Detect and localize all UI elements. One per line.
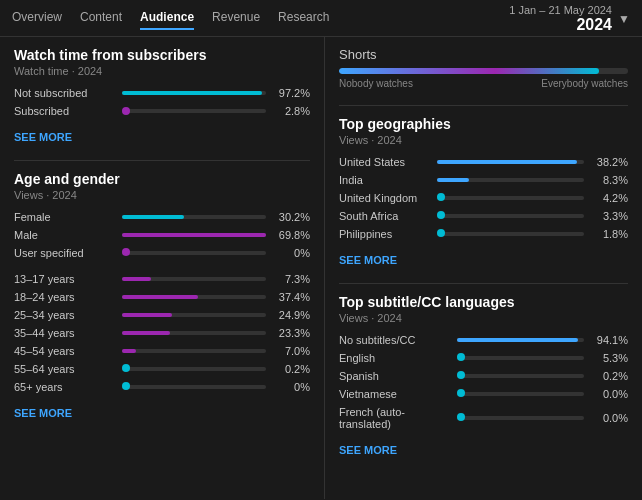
bar-label-55-64: 55–64 years: [14, 363, 114, 375]
lang-bar-french: [457, 416, 584, 420]
dot-philippines: [437, 229, 445, 237]
lang-row-no-subtitles: No subtitles/CC 94.1%: [339, 334, 628, 346]
lang-label-french: French (auto-translated): [339, 406, 449, 430]
bar-value-55-64: 0.2%: [274, 363, 310, 375]
dropdown-icon[interactable]: ▼: [618, 12, 630, 26]
geo-row-south-africa: South Africa 3.3%: [339, 210, 628, 222]
subtitle-title: Top subtitle/CC languages: [339, 294, 628, 310]
lang-row-spanish: Spanish 0.2%: [339, 370, 628, 382]
shorts-label-right: Everybody watches: [541, 78, 628, 89]
bar-container-subscribed: [122, 109, 266, 113]
geo-see-more[interactable]: SEE MORE: [339, 254, 397, 266]
tab-revenue[interactable]: Revenue: [212, 6, 260, 30]
bar-container-65-plus: [122, 385, 266, 389]
tab-audience[interactable]: Audience: [140, 6, 194, 30]
geo-value-south-africa: 3.3%: [592, 210, 628, 222]
age-row-45-54: 45–54 years 7.0%: [14, 345, 310, 357]
shorts-label-left: Nobody watches: [339, 78, 413, 89]
bar-value-35-44: 23.3%: [274, 327, 310, 339]
bar-value-user-specified: 0%: [274, 247, 310, 259]
bar-value-male: 69.8%: [274, 229, 310, 241]
bar-fill-18-24: [122, 295, 198, 299]
age-row-25-34: 25–34 years 24.9%: [14, 309, 310, 321]
lang-bar-english: [457, 356, 584, 360]
tab-research[interactable]: Research: [278, 6, 329, 30]
lang-row-english: English 5.3%: [339, 352, 628, 364]
geo-row-uk: United Kingdom 4.2%: [339, 192, 628, 204]
lang-value-no-subtitles: 94.1%: [592, 334, 628, 346]
bar-container-user-specified: [122, 251, 266, 255]
bar-value-25-34: 24.9%: [274, 309, 310, 321]
geo-bar-south-africa: [437, 214, 584, 218]
bar-container-25-34: [122, 313, 266, 317]
dot-south-africa: [437, 211, 445, 219]
geo-label-uk: United Kingdom: [339, 192, 429, 204]
watch-time-section: Watch time from subscribers Watch time ·…: [14, 47, 310, 144]
watch-time-title: Watch time from subscribers: [14, 47, 310, 63]
gender-row-male: Male 69.8%: [14, 229, 310, 241]
dot-user-specified: [122, 248, 130, 256]
divider-1: [14, 160, 310, 161]
geo-label-philippines: Philippines: [339, 228, 429, 240]
bar-label-45-54: 45–54 years: [14, 345, 114, 357]
bar-label-subscribed: Subscribed: [14, 105, 114, 117]
bar-label-25-34: 25–34 years: [14, 309, 114, 321]
watch-row-subscribed: Subscribed 2.8%: [14, 105, 310, 117]
bar-fill-female: [122, 215, 184, 219]
age-row-13-17: 13–17 years 7.3%: [14, 273, 310, 285]
dot-french: [457, 413, 465, 421]
bar-value-18-24: 37.4%: [274, 291, 310, 303]
shorts-labels: Nobody watches Everybody watches: [339, 78, 628, 89]
watch-time-see-more[interactable]: SEE MORE: [14, 131, 72, 143]
bar-container-13-17: [122, 277, 266, 281]
tab-content[interactable]: Content: [80, 6, 122, 30]
lang-label-english: English: [339, 352, 449, 364]
bar-value-female: 30.2%: [274, 211, 310, 223]
bar-label-65-plus: 65+ years: [14, 381, 114, 393]
bar-value-subscribed: 2.8%: [274, 105, 310, 117]
dot-uk: [437, 193, 445, 201]
watch-row-not-subscribed: Not subscribed 97.2%: [14, 87, 310, 99]
lang-value-vietnamese: 0.0%: [592, 388, 628, 400]
bar-label-18-24: 18–24 years: [14, 291, 114, 303]
divider-right-1: [339, 105, 628, 106]
tab-overview[interactable]: Overview: [12, 6, 62, 30]
date-range: 1 Jan – 21 May 2024 2024: [509, 4, 612, 34]
dot-english: [457, 353, 465, 361]
geo-row-philippines: Philippines 1.8%: [339, 228, 628, 240]
shorts-bar-container: [339, 68, 628, 74]
dot-65-plus: [122, 382, 130, 390]
lang-row-french: French (auto-translated) 0.0%: [339, 406, 628, 430]
age-row-65-plus: 65+ years 0%: [14, 381, 310, 393]
subtitle-see-more[interactable]: SEE MORE: [339, 444, 397, 456]
top-geo-title: Top geographies: [339, 116, 628, 132]
gender-row-user-specified: User specified 0%: [14, 247, 310, 259]
bar-container-not-subscribed: [122, 91, 266, 95]
lang-fill-no-subtitles: [457, 338, 578, 342]
gender-row-female: Female 30.2%: [14, 211, 310, 223]
year-label: 2024: [509, 16, 612, 34]
lang-bar-vietnamese: [457, 392, 584, 396]
bar-label-female: Female: [14, 211, 114, 223]
bar-label-male: Male: [14, 229, 114, 241]
bar-container-female: [122, 215, 266, 219]
main-content: Watch time from subscribers Watch time ·…: [0, 37, 642, 499]
geo-label-south-africa: South Africa: [339, 210, 429, 222]
bar-fill-25-34: [122, 313, 172, 317]
age-row-35-44: 35–44 years 23.3%: [14, 327, 310, 339]
bar-fill-male: [122, 233, 266, 237]
top-geo-subtitle: Views · 2024: [339, 134, 628, 146]
age-gender-see-more[interactable]: SEE MORE: [14, 407, 72, 419]
bar-label-user-specified: User specified: [14, 247, 114, 259]
left-panel: Watch time from subscribers Watch time ·…: [0, 37, 325, 499]
divider-right-2: [339, 283, 628, 284]
top-geographies-section: Top geographies Views · 2024 United Stat…: [339, 116, 628, 267]
lang-label-spanish: Spanish: [339, 370, 449, 382]
lang-row-vietnamese: Vietnamese 0.0%: [339, 388, 628, 400]
geo-bar-india: [437, 178, 584, 182]
nav-tabs: Overview Content Audience Revenue Resear…: [12, 6, 329, 30]
dot-spanish: [457, 371, 465, 379]
bar-container-55-64: [122, 367, 266, 371]
geo-fill-us: [437, 160, 577, 164]
bar-value-not-subscribed: 97.2%: [274, 87, 310, 99]
